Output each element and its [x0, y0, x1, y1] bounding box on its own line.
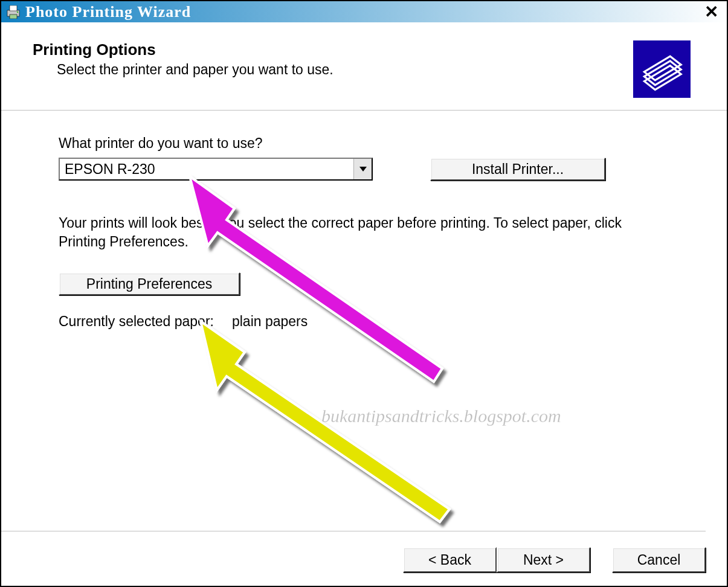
svg-marker-5 — [644, 60, 681, 85]
window-title: Photo Printing Wizard — [21, 3, 701, 21]
close-icon[interactable]: ✕ — [701, 6, 722, 18]
watermark-text: bukantipsandtricks.blogspot.com — [321, 406, 561, 426]
instruction-text: Your prints will look best if you select… — [59, 214, 633, 251]
selected-paper-label: Currently selected paper: — [59, 313, 214, 330]
titlebar[interactable]: Photo Printing Wizard ✕ — [1, 1, 727, 22]
cancel-button[interactable]: Cancel — [612, 547, 706, 573]
page-title: Printing Options — [33, 40, 633, 59]
svg-marker-9 — [201, 321, 449, 522]
svg-rect-1 — [10, 5, 17, 11]
photo-stack-icon — [633, 40, 691, 98]
printer-icon — [6, 5, 21, 19]
yellow-arrow-icon — [201, 321, 449, 522]
content-area: What printer do you want to use? EPSON R… — [1, 111, 727, 330]
svg-point-3 — [17, 11, 18, 12]
chevron-down-icon — [353, 159, 372, 179]
selected-paper-value: plain papers — [232, 313, 308, 330]
page-subtitle: Select the printer and paper you want to… — [57, 62, 633, 78]
next-button[interactable]: Next > — [497, 547, 590, 573]
wizard-window: Photo Printing Wizard ✕ Printing Options… — [0, 0, 728, 587]
svg-rect-2 — [10, 14, 17, 19]
printing-preferences-button[interactable]: Printing Preferences — [59, 272, 240, 295]
printer-select[interactable]: EPSON R-230 — [59, 158, 373, 181]
svg-marker-7 — [359, 167, 367, 172]
install-printer-button[interactable]: Install Printer... — [430, 158, 605, 181]
wizard-header: Printing Options Select the printer and … — [1, 22, 727, 110]
footer-divider — [1, 531, 706, 532]
printer-select-value: EPSON R-230 — [60, 161, 353, 178]
wizard-footer: < Back Next > Cancel — [1, 525, 727, 586]
printer-select-label: What printer do you want to use? — [59, 135, 669, 152]
back-button[interactable]: < Back — [403, 547, 497, 573]
